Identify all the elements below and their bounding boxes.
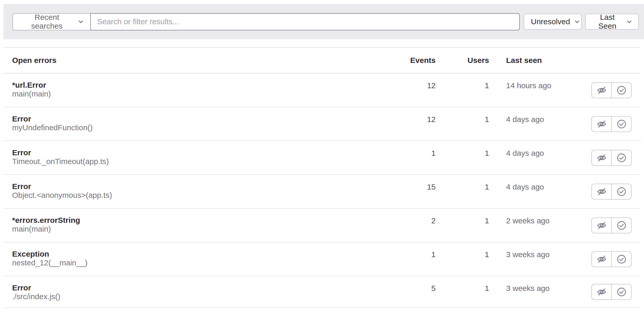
check-circle-icon [617,119,626,129]
recent-searches-dropdown[interactable]: Recent searches [12,13,90,30]
error-title-link[interactable]: Error [12,115,31,123]
ignore-button[interactable] [592,150,611,165]
error-title-link[interactable]: Error [12,182,31,191]
check-circle-icon [617,287,626,297]
error-culprit: Object.<anonymous>(app.ts) [12,191,389,200]
row-action-group [591,150,632,166]
events-count: 15 [389,175,436,191]
column-header-users: Users [436,56,489,65]
users-count: 1 [436,242,489,259]
table-header-row: Open errors Events Users Last seen [3,48,641,74]
resolve-button[interactable] [611,117,631,132]
users-count: 1 [436,175,489,191]
eye-slash-icon [597,221,607,230]
search-bar-group: Recent searches [12,13,520,30]
eye-slash-icon [597,254,607,264]
users-count: 1 [436,276,489,293]
error-title-link[interactable]: *url.Error [12,81,46,89]
events-count: 1 [389,242,436,259]
check-circle-icon [617,221,626,230]
error-name-cell: Error Timeout._onTimeout(app.ts) [12,141,389,166]
error-title-link[interactable]: Error [12,283,31,292]
users-count: 1 [436,141,489,158]
eye-slash-icon [597,119,607,129]
eye-slash-icon [597,153,607,163]
error-name-cell: *errors.errorString main(main) [12,209,389,233]
last-seen-value: 3 weeks ago [489,276,591,293]
search-input[interactable] [90,13,520,30]
chevron-down-icon [574,18,580,25]
resolve-button[interactable] [611,252,631,267]
error-culprit: ./src/index.js() [12,292,389,301]
ignore-button[interactable] [592,284,611,299]
events-count: 12 [389,74,436,90]
row-actions [591,242,632,276]
error-culprit: main(main) [12,225,389,233]
ignore-button[interactable] [592,218,611,233]
table-row: Error ./src/index.js() 5 1 3 weeks ago [3,276,641,308]
table-row: Exception nested_12(__main__) 1 1 3 week… [3,242,641,276]
status-filter-dropdown[interactable]: Unresolved [524,14,582,30]
eye-slash-icon [597,85,607,95]
ignore-button[interactable] [592,252,611,267]
error-name-cell: Exception nested_12(__main__) [12,242,389,267]
error-name-cell: Error myUndefinedFunction() [12,107,389,132]
open-errors-panel: Open errors Events Users Last seen *url.… [3,47,641,308]
error-name-cell: Error ./src/index.js() [12,276,389,301]
row-action-group [591,82,632,98]
resolve-button[interactable] [611,284,631,299]
last-seen-value: 4 days ago [489,141,591,158]
users-count: 1 [436,209,489,225]
filter-bar: Recent searches Unresolved Last Seen [3,4,644,39]
events-count: 1 [389,141,436,158]
chevron-down-icon [626,18,633,25]
row-actions [591,209,632,242]
row-action-group [591,184,632,200]
error-title-link[interactable]: Exception [12,250,49,258]
ignore-button[interactable] [592,117,611,132]
last-seen-value: 4 days ago [489,175,591,191]
error-culprit: nested_12(__main__) [12,258,389,267]
row-actions [591,175,632,208]
check-circle-icon [617,153,626,163]
resolve-button[interactable] [611,150,631,165]
chevron-down-icon [77,18,84,25]
sort-filter-dropdown[interactable]: Last Seen [585,14,639,30]
row-action-group [591,217,632,233]
users-count: 1 [436,107,489,124]
row-actions [591,74,632,107]
ignore-button[interactable] [592,184,611,199]
last-seen-value: 2 weeks ago [489,209,591,225]
resolve-button[interactable] [611,83,631,98]
row-actions [591,276,632,307]
last-seen-value: 3 weeks ago [489,242,591,259]
eye-slash-icon [597,287,607,297]
check-circle-icon [617,254,626,264]
column-header-events: Events [389,56,436,65]
users-count: 1 [436,74,489,90]
error-culprit: Timeout._onTimeout(app.ts) [12,157,389,166]
recent-searches-label: Recent searches [20,13,74,30]
error-culprit: myUndefinedFunction() [12,123,389,132]
error-title-link[interactable]: Error [12,148,31,157]
check-circle-icon [617,85,626,95]
error-name-cell: *url.Error main(main) [12,74,389,98]
table-row: Error myUndefinedFunction() 12 1 4 days … [3,107,641,141]
status-filter-label: Unresolved [531,17,570,26]
resolve-button[interactable] [611,218,631,233]
error-culprit: main(main) [12,89,389,98]
last-seen-value: 4 days ago [489,107,591,124]
last-seen-value: 14 hours ago [489,74,591,90]
table-row: *errors.errorString main(main) 2 1 2 wee… [3,209,641,242]
ignore-button[interactable] [592,83,611,98]
column-header-last-seen: Last seen [489,56,591,65]
check-circle-icon [617,187,626,197]
row-action-group [591,251,632,267]
table-row: Error Timeout._onTimeout(app.ts) 1 1 4 d… [3,141,641,175]
table-title: Open errors [12,56,389,65]
row-actions [591,107,632,141]
events-count: 5 [389,276,436,293]
resolve-button[interactable] [611,184,631,199]
error-title-link[interactable]: *errors.errorString [12,216,80,225]
sort-filter-label: Last Seen [592,13,622,30]
